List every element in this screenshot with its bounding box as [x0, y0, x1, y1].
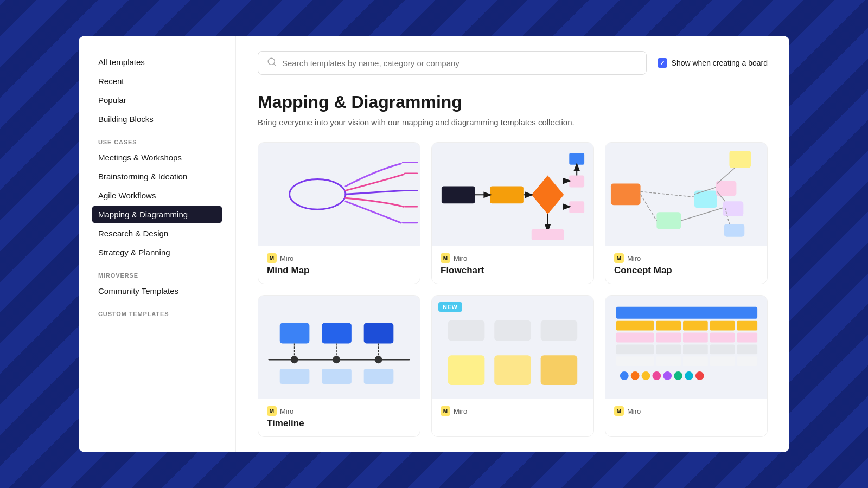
svg-rect-46: [322, 369, 352, 384]
sidebar-item-meetings-workshops[interactable]: Meetings & Workshops: [92, 149, 222, 166]
sidebar-item-recent[interactable]: Recent: [92, 72, 222, 90]
svg-rect-60: [616, 332, 654, 342]
templates-grid: MMiroMind Map MMiroFlowchart: [258, 142, 768, 437]
template-thumbnail: [432, 143, 593, 246]
svg-rect-62: [683, 332, 708, 342]
template-card-mind-map[interactable]: MMiroMind Map: [258, 142, 420, 284]
sidebar-item-all-templates[interactable]: All templates: [92, 53, 222, 71]
template-card-timeline[interactable]: MMiroTimeline: [258, 295, 420, 437]
category-description: Bring everyone into your vision with our…: [258, 118, 768, 127]
svg-rect-63: [710, 332, 735, 342]
svg-rect-12: [569, 201, 584, 213]
template-name: Flowchart: [441, 265, 585, 276]
svg-rect-71: [656, 356, 681, 366]
svg-marker-10: [532, 175, 564, 214]
svg-rect-67: [683, 344, 708, 354]
svg-rect-51: [448, 320, 485, 341]
svg-rect-68: [710, 344, 735, 354]
miro-logo: M: [441, 253, 450, 263]
new-badge: NEW: [438, 302, 462, 312]
template-source: MMiro: [267, 406, 411, 416]
template-source-name: Miro: [627, 407, 641, 415]
svg-rect-26: [723, 201, 744, 216]
svg-rect-24: [729, 151, 751, 168]
miro-logo: M: [267, 406, 277, 416]
svg-rect-11: [569, 175, 584, 187]
search-box[interactable]: [258, 51, 647, 75]
svg-point-78: [652, 371, 661, 380]
template-source: MMiro: [267, 253, 411, 263]
svg-rect-61: [656, 332, 681, 342]
svg-rect-13: [569, 153, 584, 165]
template-source-name: Miro: [454, 254, 467, 262]
svg-rect-37: [364, 323, 394, 343]
show-when-creating: Show when creating a board: [658, 58, 768, 68]
svg-rect-56: [656, 320, 681, 330]
template-info: MMiroFlowchart: [432, 246, 593, 284]
svg-rect-50: [541, 355, 578, 385]
sidebar-item-building-blocks[interactable]: Building Blocks: [92, 110, 222, 128]
sidebar-item-agile-workflows[interactable]: Agile Workflows: [92, 187, 222, 204]
sidebar-item-brainstorming-ideation[interactable]: Brainstorming & Ideation: [92, 168, 222, 185]
main-content: Show when creating a board Mapping & Dia…: [236, 36, 789, 452]
template-info: MMiroMind Map: [258, 246, 420, 284]
miro-logo: M: [614, 253, 624, 263]
svg-rect-73: [710, 356, 735, 366]
template-card-table-template[interactable]: MMiro: [605, 295, 768, 437]
category-title: Mapping & Diagramming: [258, 92, 768, 112]
template-thumbnail: [605, 296, 767, 399]
sidebar-item-strategy-planning[interactable]: Strategy & Planning: [92, 243, 222, 261]
sidebar-item-community-templates[interactable]: Community Templates: [92, 282, 222, 300]
sidebar: All templatesRecentPopularBuilding Block…: [79, 36, 236, 452]
sidebar-item-research-design[interactable]: Research & Design: [92, 224, 222, 242]
svg-rect-52: [494, 320, 531, 341]
search-input[interactable]: [282, 59, 637, 68]
svg-rect-70: [616, 356, 654, 366]
template-source-name: Miro: [627, 254, 641, 262]
svg-rect-74: [737, 356, 757, 366]
sidebar-item-popular[interactable]: Popular: [92, 91, 222, 109]
template-source: MMiro: [614, 253, 758, 263]
svg-point-77: [642, 371, 650, 380]
svg-rect-57: [683, 320, 708, 330]
svg-rect-27: [724, 224, 745, 237]
template-info: MMiro: [432, 399, 593, 426]
svg-rect-20: [532, 229, 564, 240]
template-source: MMiro: [441, 253, 585, 263]
svg-rect-69: [737, 344, 757, 354]
template-card-new-template[interactable]: NEWMMiro: [431, 295, 594, 437]
svg-point-80: [674, 371, 682, 380]
template-thumbnail: [605, 143, 767, 246]
svg-rect-64: [737, 332, 757, 342]
svg-rect-55: [616, 320, 654, 330]
sidebar-item-mapping-diagramming[interactable]: Mapping & Diagramming: [92, 206, 222, 223]
template-source-name: Miro: [454, 407, 467, 415]
svg-line-29: [641, 191, 694, 197]
template-thumbnail: NEW: [432, 296, 593, 399]
search-row: Show when creating a board: [258, 51, 768, 75]
svg-point-75: [620, 371, 629, 380]
template-card-flowchart[interactable]: MMiroFlowchart: [431, 142, 594, 284]
template-source: MMiro: [441, 406, 585, 416]
template-source: MMiro: [614, 406, 758, 416]
template-source-name: Miro: [280, 407, 293, 415]
show-when-checkbox[interactable]: [658, 58, 667, 68]
template-info: MMiroTimeline: [258, 399, 420, 436]
svg-point-81: [685, 371, 693, 380]
template-name: Timeline: [267, 418, 411, 429]
svg-rect-72: [683, 356, 708, 366]
template-card-concept-map[interactable]: MMiroConcept Map: [605, 142, 768, 284]
svg-rect-9: [490, 186, 524, 203]
miro-logo: M: [441, 406, 450, 416]
sidebar-section-label: MIROVERSE: [92, 262, 222, 282]
svg-line-28: [641, 194, 657, 221]
svg-rect-53: [541, 320, 578, 341]
svg-point-76: [631, 371, 640, 380]
miro-logo: M: [614, 406, 624, 416]
svg-rect-8: [442, 186, 475, 203]
modal-container: All templatesRecentPopularBuilding Block…: [79, 36, 789, 452]
svg-line-34: [681, 208, 723, 221]
svg-rect-66: [656, 344, 681, 354]
template-name: Mind Map: [267, 265, 411, 276]
svg-rect-47: [364, 369, 394, 384]
